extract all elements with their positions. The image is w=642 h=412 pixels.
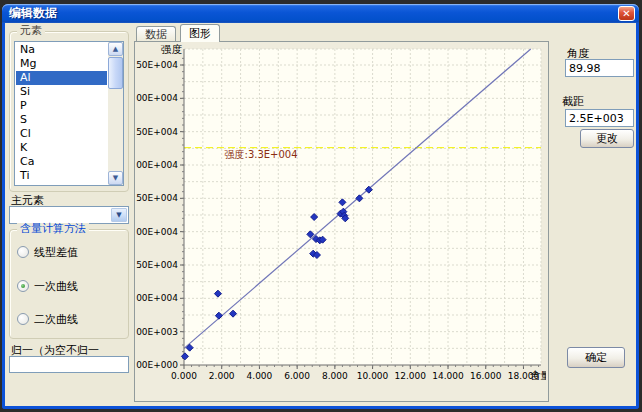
radio-icon[interactable] (17, 246, 29, 258)
element-list-item[interactable]: P (16, 99, 107, 113)
y-tick-label: 4.00E+004 (136, 93, 178, 103)
y-tick-label: 3.00E+004 (136, 160, 178, 170)
element-list-item[interactable]: Al (16, 71, 107, 85)
y-tick-label: 2.00E+004 (136, 227, 178, 237)
title-bar[interactable]: 编辑数据 ✕ (2, 4, 639, 23)
method-radio-label: 一次曲线 (34, 279, 78, 294)
plot-area[interactable] (184, 49, 541, 365)
x-axis-title: 含量 (530, 369, 546, 381)
x-tick-label: 16.000 (470, 371, 502, 381)
x-tick-label: 6.000 (284, 371, 310, 381)
desktop: { "window": { "title": "编辑数据", "close_gl… (0, 0, 642, 412)
y-tick-label: 5.00E+003 (136, 327, 178, 337)
element-list-item[interactable]: Ca (16, 155, 107, 169)
y-axis-title: 强度 (161, 43, 183, 55)
x-tick-label: 0.000 (171, 371, 197, 381)
y-tick-label: 2.50E+004 (136, 193, 178, 203)
x-tick-label: 10.000 (357, 371, 389, 381)
element-list-item[interactable]: S (16, 113, 107, 127)
element-list[interactable]: NaMgAlSiPSClKCaTi ▲ ▼ (14, 41, 124, 186)
ok-button[interactable]: 确定 (567, 347, 625, 368)
edit-data-dialog: 编辑数据 ✕ 元素 NaMgAlSiPSClKCaTi ▲ ▼ 主元素 ▼ 含量… (2, 4, 639, 409)
method-group-label: 含量计算方法 (17, 223, 89, 235)
element-list-items: NaMgAlSiPSClKCaTi (16, 43, 107, 184)
y-tick-label: 1.00E+004 (136, 293, 178, 303)
x-tick-label: 14.000 (432, 371, 464, 381)
tab-active[interactable]: 图形 (180, 24, 220, 42)
x-tick-label: 2.000 (209, 371, 235, 381)
element-list-item[interactable]: Cl (16, 127, 107, 141)
calibration-chart[interactable]: 强度:3.3E+0040.0002.0004.0006.0008.00010.0… (136, 43, 546, 400)
element-list-item[interactable]: Mg (16, 57, 107, 71)
element-list-scrollbar[interactable]: ▲ ▼ (108, 42, 123, 185)
method-radio-label: 线型差值 (34, 245, 78, 260)
y-tick-label: 3.50E+004 (136, 127, 178, 137)
element-list-item[interactable]: Na (16, 43, 107, 57)
marker-line-label: 强度:3.3E+004 (225, 149, 298, 160)
y-tick-label: 0.00E+000 (136, 360, 178, 370)
scrollbar-down-icon[interactable]: ▼ (108, 171, 123, 185)
angle-input[interactable] (565, 59, 634, 77)
dialog-body: 元素 NaMgAlSiPSClKCaTi ▲ ▼ 主元素 ▼ 含量计算方法 线型… (2, 23, 639, 409)
element-list-item[interactable]: Ti (16, 169, 107, 183)
x-tick-label: 12.000 (395, 371, 427, 381)
x-tick-label: 8.000 (322, 371, 348, 381)
normalize-input[interactable] (9, 356, 129, 373)
window-title: 编辑数据 (2, 5, 57, 22)
element-group-label: 元素 (17, 25, 45, 37)
intercept-input[interactable] (565, 109, 634, 127)
y-tick-label: 4.50E+004 (136, 60, 178, 70)
element-list-item[interactable]: Si (16, 85, 107, 99)
method-radio-row[interactable]: 二次曲线 (17, 312, 78, 326)
element-list-item[interactable]: K (16, 141, 107, 155)
chart-tab-page: 强度:3.3E+0040.0002.0004.0006.0008.00010.0… (134, 41, 549, 402)
radio-selected-icon[interactable] (17, 280, 29, 292)
chevron-down-icon[interactable]: ▼ (111, 208, 127, 222)
method-radio-row[interactable]: 线型差值 (17, 245, 78, 259)
tab-inactive[interactable]: 数据 (136, 26, 176, 42)
method-radio-label: 二次曲线 (34, 312, 78, 327)
intercept-label: 截距 (562, 94, 584, 109)
scrollbar-thumb[interactable] (108, 57, 123, 89)
y-tick-label: 1.50E+004 (136, 260, 178, 270)
x-tick-label: 4.000 (247, 371, 273, 381)
close-icon[interactable]: ✕ (618, 6, 635, 21)
change-button[interactable]: 更改 (580, 129, 634, 148)
scrollbar-up-icon[interactable]: ▲ (108, 42, 123, 56)
radio-icon[interactable] (17, 313, 29, 325)
method-radio-row[interactable]: 一次曲线 (17, 279, 78, 293)
